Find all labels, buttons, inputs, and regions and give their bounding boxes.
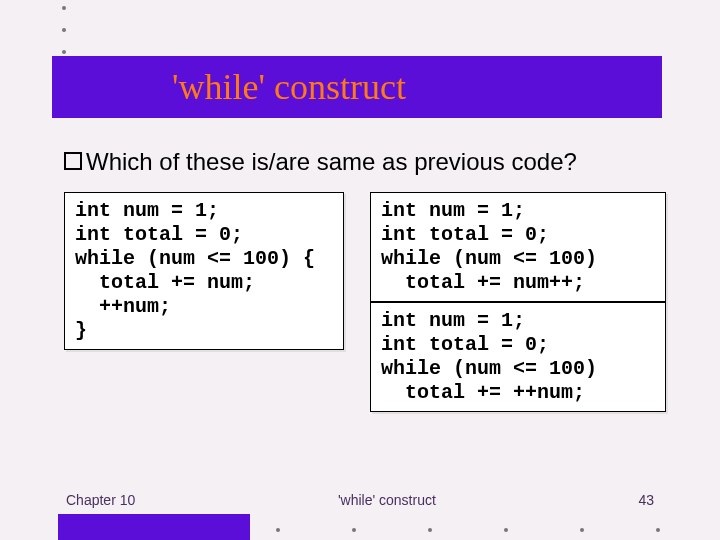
footer: Chapter 10 'while' construct 43 xyxy=(0,492,720,508)
question-text: Which of these is/are same as previous c… xyxy=(86,148,577,176)
code-block-right-top: int num = 1; int total = 0; while (num <… xyxy=(370,192,666,302)
footer-right: 43 xyxy=(638,492,654,508)
bar-spacer xyxy=(0,514,58,540)
code-block-right-bottom: int num = 1; int total = 0; while (num <… xyxy=(370,302,666,412)
question-row: Which of these is/are same as previous c… xyxy=(64,148,577,176)
dot xyxy=(62,28,66,32)
dot xyxy=(62,6,66,10)
bullet-square-icon xyxy=(64,152,82,170)
bar-accent xyxy=(58,514,250,540)
dot xyxy=(62,50,66,54)
bottom-accent-bars xyxy=(0,514,720,540)
bar-spacer xyxy=(250,514,720,540)
slide-title: 'while' construct xyxy=(172,66,406,108)
title-bar: 'while' construct xyxy=(52,56,662,118)
decorative-dots-top xyxy=(62,6,66,54)
code-block-left: int num = 1; int total = 0; while (num <… xyxy=(64,192,344,350)
footer-left: Chapter 10 xyxy=(66,492,135,508)
footer-center: 'while' construct xyxy=(338,492,436,508)
